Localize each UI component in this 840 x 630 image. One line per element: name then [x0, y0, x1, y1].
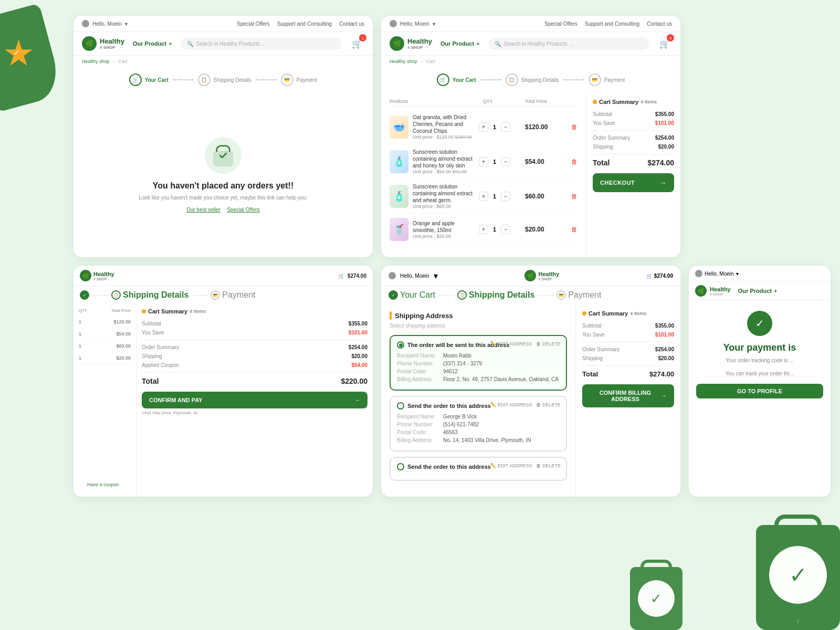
delete-address-icon-2[interactable]: 🗑 DELETE: [536, 402, 561, 407]
qty-plus-2[interactable]: −: [501, 157, 510, 166]
product-name-3: Sunscreen solution containing almond ext…: [413, 183, 475, 204]
product-image-3: 🧴: [390, 185, 408, 208]
special-offers-link[interactable]: Special Offers: [237, 21, 270, 27]
radio-unselected-icon: [397, 402, 404, 410]
best-seller-link[interactable]: Our best seller: [186, 207, 220, 213]
address-card-1[interactable]: The order will be sent to this address ✏…: [390, 335, 567, 391]
search-placeholder-2: Search in Healthy Products ...: [504, 41, 573, 47]
payment-sub-2: You can track your order thr...: [726, 371, 794, 376]
empty-cart-links: Our best seller Special Offers: [186, 207, 260, 213]
delete-btn-2[interactable]: 🗑: [571, 158, 578, 165]
payment-check-icon: ✓: [747, 311, 772, 336]
edit-address-icon-2[interactable]: ✏️ EDIT ADDRESS: [490, 402, 532, 407]
stepper-4: ✓ Your Cart 📋 Shipping Details 💳 Payment: [381, 286, 680, 304]
summary-shipping-row: Shipping $20.00: [593, 144, 674, 150]
special-offers-link-3[interactable]: Special Offers: [544, 21, 578, 27]
brand-name-2: Healthy: [407, 37, 432, 45]
summary-save-row: You Save $101.00: [593, 120, 674, 126]
cart-total-4: 🛒 $274.00: [646, 273, 673, 279]
contact-link[interactable]: Contact us: [339, 21, 364, 27]
radio-unselected-icon-2: [397, 463, 404, 470]
payment-success-title: Your payment is: [696, 342, 823, 353]
empty-cart-card: Hello, Moein ▾ Special Offers Support an…: [74, 16, 373, 257]
our-product-btn-1[interactable]: Our Product +: [133, 40, 172, 47]
have-coupon-link[interactable]: Have a coupon: [81, 478, 125, 491]
table-row: 🥤 Orange and apple smoothie, 150ml Unit …: [390, 214, 578, 246]
search-placeholder-1: Search in Healthy Products ...: [196, 41, 266, 47]
breadcrumb-2: Healthy shop → Cart: [381, 56, 680, 67]
shipping-summary-panel: Cart Summary 4 Items Subtotal $355.00 Yo…: [136, 304, 373, 497]
success-logo-nav: 🌿 Healthy # SHOP Our Product +: [689, 282, 831, 300]
product-image-1: 🥣: [390, 116, 408, 139]
step-circle-payment: 💳: [281, 74, 293, 86]
qty-control-4: + 1 −: [479, 225, 521, 234]
search-bar-1[interactable]: 🔍 Search in Healthy Products ...: [181, 38, 341, 50]
empty-cart-body: You haven't placed any orders yet!! Look…: [74, 92, 373, 257]
qty-plus-1[interactable]: −: [501, 122, 510, 132]
brand-sub-2: # SHOP: [407, 45, 432, 50]
cart-icon-1[interactable]: 🛒 1: [350, 36, 364, 51]
logo-2: 🌿 Healthy # SHOP: [390, 36, 432, 51]
step-label-shipping: Shipping Details: [214, 77, 251, 83]
edit-address-icon[interactable]: ✏️ EDIT ADDRESS: [490, 341, 532, 346]
step-label-cart: Your Cart: [145, 77, 169, 83]
confirm-pay-button[interactable]: CONFIRM AND PAY →: [142, 392, 368, 408]
item-price-1: $120.00: [525, 123, 548, 131]
support-link-2[interactable]: Support and Consulting: [585, 21, 640, 27]
radio-selected-icon: [397, 341, 404, 349]
address-card-2[interactable]: Send the order to this address ✏️ EDIT A…: [390, 396, 567, 452]
cart-table-header: Products QTY Total Price: [390, 97, 578, 107]
address-card-3[interactable]: Send the order to this address ✏️ EDIT A…: [390, 457, 567, 481]
product-name-4: Orange and apple smoothie, 150ml: [413, 220, 475, 234]
empty-cart-subtitle: Look like you haven't made you choice ye…: [139, 195, 308, 201]
small-logo-3: 🌿 Healthy # SHOP: [80, 270, 114, 281]
qty-minus-1[interactable]: +: [479, 122, 488, 132]
go-to-profile-button[interactable]: GO TO PROFILE: [696, 384, 823, 398]
contact-link-2[interactable]: Contact us: [647, 21, 672, 27]
cart-icon-2[interactable]: 🛒 4: [657, 36, 672, 51]
delivery-address-text: 1403 Villa Drive, Plymouth, IN.: [142, 411, 368, 415]
table-row: 🧴 Sunscreen solution containing almond e…: [390, 179, 578, 214]
special-offers-link-2[interactable]: Special Offers: [227, 207, 260, 213]
success-nav: Hello, Moein ▾: [689, 266, 831, 282]
qty-control-1: + 1 −: [479, 122, 521, 132]
qty-minus-2[interactable]: +: [479, 157, 488, 166]
qty-minus-3[interactable]: +: [479, 192, 488, 201]
table-row: 🥣 Oat granola, with Dried Cherries, Peca…: [390, 110, 578, 144]
delete-btn-4[interactable]: 🗑: [571, 226, 578, 233]
qty-plus-3[interactable]: −: [501, 192, 510, 201]
edit-address-icon-3[interactable]: ✏️ EDIT ADDRESS: [490, 463, 532, 468]
confirm-billing-button[interactable]: CONFIRM BILLING ADDRESS →: [582, 384, 674, 407]
arrow-icon-2: →: [354, 397, 360, 403]
item-price-2: $54.00: [525, 158, 544, 165]
summary-title-label: Cart Summary: [599, 99, 638, 105]
support-link[interactable]: Support and Consulting: [277, 21, 332, 27]
step-cart-2: 🛒 Your Cart: [437, 74, 476, 86]
delete-address-icon-3[interactable]: 🗑 DELETE: [536, 463, 561, 468]
step-label-payment: Payment: [297, 77, 317, 83]
our-product-btn-5[interactable]: Our Product +: [738, 288, 778, 294]
product-name-1: Oat granola, with Dried Cherries, Pecans…: [413, 114, 475, 134]
shipping-left: Shipping Address Select shipping address…: [381, 304, 575, 497]
top-bar-1: Hello, Moein ▾ Special Offers Support an…: [74, 16, 373, 32]
mini-cart-total: 🛒 $274.00: [338, 273, 366, 279]
brand-name-1: Healthy: [100, 37, 124, 45]
delete-address-icon[interactable]: 🗑 DELETE: [536, 341, 561, 346]
product-image-4: 🥤: [390, 218, 408, 241]
checkout-button[interactable]: CHECKOUT →: [593, 173, 674, 192]
search-bar-2[interactable]: 🔍 Search in Healthy Products ...: [488, 38, 649, 50]
delete-btn-3[interactable]: 🗑: [571, 193, 578, 200]
user-avatar-icon: [82, 20, 89, 27]
qty-minus-4[interactable]: +: [479, 225, 488, 234]
small-logo-4: 🌿 Healthy # SHOP: [524, 270, 559, 281]
payment-success-card: Hello, Moein ▾ 🌿 Healthy # SHOP Our Prod…: [689, 266, 831, 497]
summary-order-row: Order Summary $254.00: [593, 135, 674, 141]
stepper-3: ✓ 📋 Shipping Details 💳 Payment: [74, 286, 373, 304]
qty-control-3: + 1 −: [479, 192, 521, 201]
qty-val-4: 1: [491, 226, 498, 233]
delete-btn-1[interactable]: 🗑: [571, 123, 578, 131]
qty-control-2: + 1 −: [479, 157, 521, 166]
our-product-btn-2[interactable]: Our Product +: [440, 40, 480, 47]
qty-plus-4[interactable]: −: [501, 225, 510, 234]
item-price-3: $60.00: [525, 193, 544, 200]
